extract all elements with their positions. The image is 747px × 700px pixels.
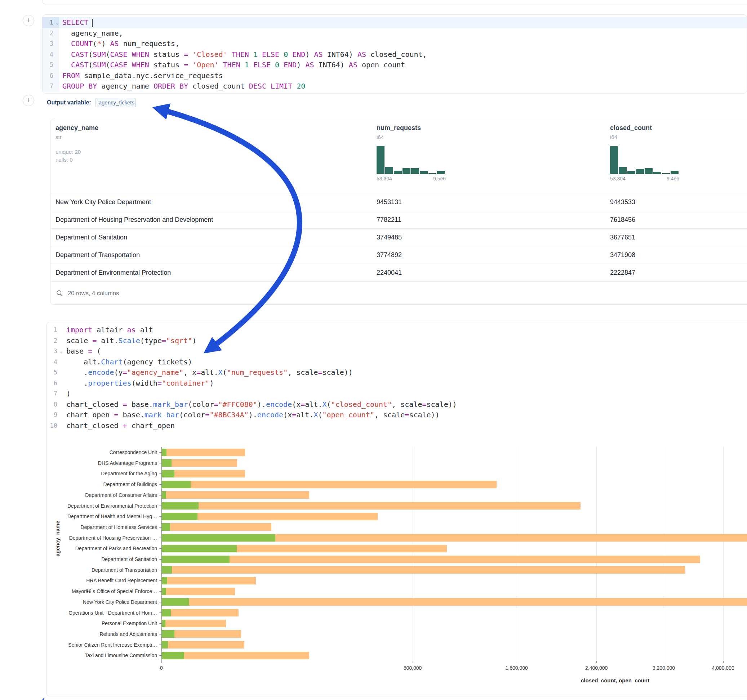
code-text[interactable]: FROM sample_data.nyc.service_requests <box>59 71 747 81</box>
code-line[interactable]: 10chart_closed + chart_open <box>47 421 747 431</box>
code-text[interactable]: CAST(SUM(CASE WHEN status = 'Open' THEN … <box>59 60 747 71</box>
code-line[interactable]: 7) <box>47 389 747 399</box>
column-header-agency-name[interactable]: agency_name str unique: 20 nulls: 0 <box>50 119 372 193</box>
code-text[interactable]: ) <box>63 389 747 399</box>
bar-open-count <box>162 630 174 638</box>
bar-open-count <box>162 449 166 456</box>
code-line[interactable]: 2scale = alt.Scale(type="sqrt") <box>47 336 747 346</box>
x-axis-tick-label: 2,400,000 <box>585 665 608 671</box>
code-line[interactable]: 5 .encode(y="agency_name", x=alt.X("num_… <box>47 367 747 378</box>
code-token: END <box>292 50 305 59</box>
python-code-editor[interactable]: 1import altair as alt2scale = alt.Scale(… <box>47 322 747 431</box>
code-line[interactable]: 3 COUNT(*) AS num_requests, <box>42 39 747 49</box>
code-token: 'Open' <box>192 60 218 69</box>
table-row[interactable]: Department of Housing Preservation and D… <box>50 211 747 228</box>
code-line[interactable]: 1import altair as alt <box>47 325 747 336</box>
code-text[interactable]: chart_open = base.mark_bar(color="#8BC34… <box>63 410 747 421</box>
code-line[interactable]: 7GROUP BY agency_name ORDER BY closed_co… <box>42 81 747 92</box>
y-axis-category-label: DHS Advantage Programs <box>47 460 157 466</box>
bar-open-count <box>162 598 189 606</box>
code-token: = <box>123 400 127 409</box>
code-line[interactable]: 3⌄base = ( <box>47 346 747 357</box>
code-token: alt. <box>66 358 101 366</box>
code-text[interactable]: chart_closed + chart_open <box>63 421 747 431</box>
column-header-closed-count[interactable]: closed_count i64 53,304 9.4e6 <box>605 119 747 193</box>
bar-closed-count <box>162 566 685 573</box>
code-token: , scale <box>287 368 318 377</box>
text-cursor <box>92 19 92 27</box>
y-axis-tick <box>159 474 162 474</box>
code-token: alt. <box>296 410 313 419</box>
code-text[interactable]: .encode(y="agency_name", x=alt.X("num_re… <box>63 367 747 378</box>
add-cell-button[interactable]: + <box>23 95 34 106</box>
x-axis-tick-label: 3,200,000 <box>653 665 675 671</box>
table-cell: 3471908 <box>605 251 747 259</box>
code-line[interactable]: 8chart_closed = base.mark_bar(color="#FF… <box>47 399 747 410</box>
code-token: SUM <box>92 60 106 69</box>
bar-closed-count <box>162 577 256 584</box>
code-token: encode <box>88 368 114 377</box>
code-token: CASE WHEN <box>110 60 149 69</box>
code-token: THEN <box>232 50 249 59</box>
code-token: AS <box>110 39 119 48</box>
x-axis-tick-label: 800,000 <box>404 665 422 671</box>
code-text[interactable]: .properties(width="container") <box>63 378 747 389</box>
code-token: ( <box>318 410 322 419</box>
code-token: num_requests, <box>119 39 180 48</box>
y-axis-tick <box>159 527 162 528</box>
collapse-chevron-icon[interactable]: ⌄ <box>56 17 59 28</box>
histogram-bar <box>645 168 653 174</box>
code-token: alt. <box>97 336 118 345</box>
code-token <box>219 60 223 69</box>
table-row[interactable]: New York City Police Department945313194… <box>50 193 747 211</box>
code-line[interactable]: 4 CAST(SUM(CASE WHEN status = 'Closed' T… <box>42 49 747 60</box>
code-token: AS <box>357 50 366 59</box>
code-line[interactable]: 2 agency_name, <box>42 28 747 39</box>
code-token: AS <box>314 50 323 59</box>
output-variable-row: Output variable: agency_tickets <box>47 97 136 108</box>
code-text[interactable]: alt.Chart(agency_tickets) <box>63 357 747 368</box>
code-line[interactable]: 9chart_open = base.mark_bar(color="#8BC3… <box>47 410 747 421</box>
code-token: INT64) <box>314 60 349 69</box>
add-cell-button[interactable]: + <box>23 15 34 26</box>
column-histogram <box>377 146 446 174</box>
code-text[interactable]: CAST(SUM(CASE WHEN status = 'Closed' THE… <box>59 49 747 60</box>
column-name: agency_name <box>56 124 372 132</box>
code-line[interactable]: 6FROM sample_data.nyc.service_requests <box>42 71 747 81</box>
code-text[interactable]: chart_closed = base.mark_bar(color="#FFC… <box>63 399 747 410</box>
code-line[interactable]: 6 .properties(width="container") <box>47 378 747 389</box>
code-token: agency_name <box>97 82 154 91</box>
table-row[interactable]: Department of Sanitation37494853677651 <box>50 228 747 246</box>
table-row[interactable]: Department of Environmental Protection22… <box>50 264 747 281</box>
collapse-chevron-icon[interactable]: ⌄ <box>60 346 63 357</box>
code-token: ) <box>296 60 305 69</box>
code-text[interactable]: GROUP BY agency_name ORDER BY closed_cou… <box>59 81 747 92</box>
search-icon[interactable] <box>56 290 63 297</box>
y-axis-category-label: Department of Buildings <box>47 481 157 487</box>
code-line[interactable]: 1⌄SELECT <box>42 17 747 28</box>
code-text[interactable]: import altair as alt <box>63 325 747 336</box>
table-cell: New York City Police Department <box>50 198 372 206</box>
code-line[interactable]: 4 alt.Chart(agency_tickets) <box>47 357 747 368</box>
table-row[interactable]: Department of Transportation377489234719… <box>50 246 747 264</box>
table-header: agency_name str unique: 20 nulls: 0 num_… <box>50 119 747 193</box>
code-token: Chart <box>101 358 122 366</box>
code-token: = <box>214 400 218 409</box>
sql-code-editor[interactable]: 1⌄SELECT2 agency_name,3 COUNT(*) AS num_… <box>42 15 747 92</box>
line-number-gutter: 4 <box>47 357 63 368</box>
y-axis-tick <box>159 644 162 645</box>
code-text[interactable]: SELECT <box>59 17 747 28</box>
code-text[interactable]: scale = alt.Scale(type="sqrt") <box>63 336 747 346</box>
histogram-bar <box>385 167 393 174</box>
table-cell: Department of Sanitation <box>50 234 372 241</box>
code-text[interactable]: base = ( <box>63 346 747 357</box>
code-token <box>240 60 245 69</box>
bar-closed-count <box>162 502 581 510</box>
code-text[interactable]: agency_name, <box>59 28 747 39</box>
code-line[interactable]: 5 CAST(SUM(CASE WHEN status = 'Open' THE… <box>42 60 747 71</box>
code-text[interactable]: COUNT(*) AS num_requests, <box>59 39 747 49</box>
code-token: import <box>66 326 92 334</box>
output-variable-chip[interactable]: agency_tickets <box>95 98 136 107</box>
column-header-num-requests[interactable]: num_requests i64 53,304 9.5e6 <box>372 119 605 193</box>
y-axis-tick <box>159 484 162 485</box>
